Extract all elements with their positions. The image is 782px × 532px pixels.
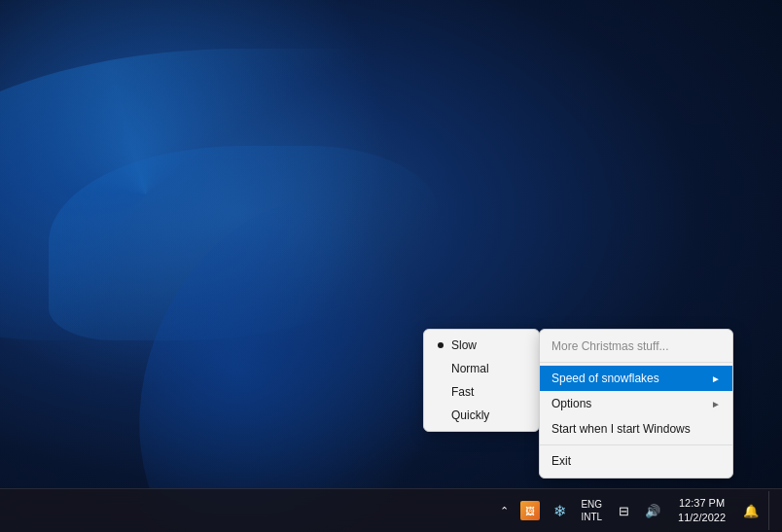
image-app-icon: 🖼 [520,501,540,520]
language-indicator[interactable]: ENG INTL [577,491,606,530]
submenu-arrow-options: ► [711,399,721,409]
show-desktop-button[interactable] [768,491,778,530]
notification-icon[interactable]: 🔔 [739,491,763,530]
menu-item-start-windows[interactable]: Start when I start Windows [540,416,732,442]
taskview-icon[interactable]: ⊟ [612,491,635,530]
speed-submenu: Slow Normal Fast Quickly [423,329,540,432]
menu-separator [540,362,732,363]
menu-separator-2 [540,444,732,445]
menu-item-exit[interactable]: Exit [540,448,732,474]
context-menu-container: Slow Normal Fast Quickly More Christmas … [423,329,733,479]
show-hidden-icons-button[interactable]: ⌃ [496,491,513,530]
volume-icon[interactable]: 🔊 [641,491,664,530]
speed-item-fast[interactable]: Fast [424,380,539,404]
tray-icon-image[interactable]: 🖼 [518,491,542,530]
submenu-arrow-speed: ► [711,373,721,384]
speed-item-normal[interactable]: Normal [424,357,539,380]
system-tray: ⌃ 🖼 ❄ ENG INTL ⊟ 🔊 [496,489,782,532]
menu-item-speed-of-snowflakes[interactable]: Speed of snowflakes ► [540,366,732,391]
main-context-menu: More Christmas stuff... Speed of snowfla… [539,329,733,479]
menu-header: More Christmas stuff... [540,334,732,359]
tray-icon-snowflake[interactable]: ❄ [548,491,571,530]
speed-item-quickly[interactable]: Quickly [424,404,539,427]
clock[interactable]: 12:37 PM 11/2/2022 [670,491,733,530]
menu-item-options[interactable]: Options ► [540,391,732,416]
selected-dot [438,342,444,348]
desktop: Slow Normal Fast Quickly More Christmas … [0,0,782,532]
speed-item-slow[interactable]: Slow [424,334,539,357]
snowflake-icon: ❄ [553,502,566,520]
taskbar: ⌃ 🖼 ❄ ENG INTL ⊟ 🔊 [0,488,782,532]
